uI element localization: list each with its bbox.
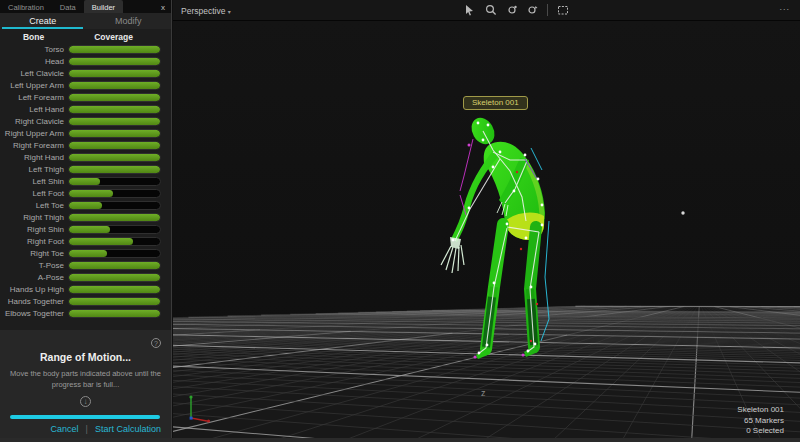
bone-label: Right Foot xyxy=(0,237,64,246)
coverage-bar xyxy=(68,93,161,102)
coverage-bar xyxy=(68,165,161,174)
coverage-fill xyxy=(69,178,100,185)
bone-label: Torso xyxy=(0,45,64,54)
coverage-fill xyxy=(69,166,160,173)
coverage-bar xyxy=(68,81,161,90)
bone-row: Right Shin xyxy=(0,223,171,235)
bone-label: Right Forearm xyxy=(0,141,64,150)
bone-label: Right Thigh xyxy=(0,213,64,222)
coverage-fill xyxy=(69,70,160,77)
coverage-fill xyxy=(69,250,107,257)
subtab-modify[interactable]: Modify xyxy=(86,13,172,29)
coverage-bar xyxy=(68,225,161,234)
bone-label: Right Shin xyxy=(0,225,64,234)
bone-label: Hands Together xyxy=(0,297,64,306)
coverage-bar xyxy=(68,213,161,222)
viewport-bottom-strip xyxy=(0,438,800,442)
select-cursor-icon[interactable] xyxy=(463,3,476,16)
bone-label: Hands Up High xyxy=(0,285,64,294)
coverage-fill xyxy=(69,190,113,197)
coverage-bar xyxy=(68,105,161,114)
active-tab-underline xyxy=(2,27,83,29)
coverage-bar xyxy=(68,297,161,306)
bone-row: Elbows Together xyxy=(0,307,171,319)
coverage-bar xyxy=(68,129,161,138)
coverage-bar xyxy=(68,189,161,198)
expand-down-icon[interactable]: ↓ xyxy=(80,396,91,407)
coverage-fill xyxy=(69,274,160,281)
coverage-bar xyxy=(68,153,161,162)
coverage-fill xyxy=(69,298,160,305)
bone-row: Right Toe xyxy=(0,247,171,259)
column-bone: Bone xyxy=(0,32,67,42)
bone-row: Left Clavicle xyxy=(0,67,171,79)
bone-label: Left Upper Arm xyxy=(0,81,64,90)
bone-row: Right Forearm xyxy=(0,139,171,151)
coverage-bar xyxy=(68,177,161,186)
coverage-fill xyxy=(69,154,160,161)
coverage-fill xyxy=(69,106,160,113)
orbit-icon[interactable] xyxy=(505,3,518,16)
column-headers: Bone Coverage xyxy=(0,29,171,43)
toolbar-separator xyxy=(547,4,548,16)
calibration-progress-bar xyxy=(10,415,160,419)
bone-row: T-Pose xyxy=(0,259,171,271)
start-calculation-button[interactable]: Start Calculation xyxy=(95,424,161,434)
coverage-bar xyxy=(68,249,161,258)
bone-label: Left Shin xyxy=(0,177,64,186)
coverage-bar xyxy=(68,201,161,210)
bone-label: Head xyxy=(0,57,64,66)
tab-data[interactable]: Data xyxy=(52,0,84,13)
coverage-fill xyxy=(69,118,160,125)
bone-row: Right Hand xyxy=(0,151,171,163)
bone-label: Right Upper Arm xyxy=(0,129,64,138)
coverage-fill xyxy=(69,226,110,233)
bone-label: T-Pose xyxy=(0,261,64,270)
coverage-fill xyxy=(69,94,160,101)
button-separator: | xyxy=(86,424,88,434)
coverage-bar xyxy=(68,57,161,66)
bone-row: Left Hand xyxy=(0,103,171,115)
create-modify-tabs: Create Modify xyxy=(0,13,171,29)
viewport-3d[interactable]: z xyxy=(173,21,800,442)
coverage-bar xyxy=(68,309,161,318)
column-coverage: Coverage xyxy=(67,32,160,42)
bone-label: Left Clavicle xyxy=(0,69,64,78)
coverage-bar xyxy=(68,237,161,246)
camera-menu[interactable]: Perspective ▾ xyxy=(181,6,231,16)
help-icon[interactable]: ? xyxy=(151,338,161,348)
tab-calibration[interactable]: Calibration xyxy=(0,0,52,13)
coverage-bar xyxy=(68,141,161,150)
close-icon[interactable]: x xyxy=(161,0,171,13)
coverage-fill xyxy=(69,130,160,137)
bone-label: Left Thigh xyxy=(0,165,64,174)
status-markers-count: 65 Markers xyxy=(737,416,784,427)
bone-row: Right Clavicle xyxy=(0,115,171,127)
bone-row: A-Pose xyxy=(0,271,171,283)
status-selected-count: 0 Selected xyxy=(737,426,784,437)
zoom-icon[interactable] xyxy=(484,3,497,16)
skeleton-label[interactable]: Skeleton 001 xyxy=(463,96,528,110)
cancel-button[interactable]: Cancel xyxy=(51,424,79,434)
coverage-bar xyxy=(68,273,161,282)
coverage-fill xyxy=(69,46,160,53)
viewport-toolbar: Perspective ▾ ... xyxy=(173,0,800,21)
bone-label: Left Toe xyxy=(0,201,64,210)
more-options-icon[interactable]: ... xyxy=(779,2,790,12)
bone-label: Right Toe xyxy=(0,249,64,258)
selection-status: Skeleton 001 65 Markers 0 Selected xyxy=(737,405,784,437)
coverage-bar xyxy=(68,45,161,54)
svg-text:z: z xyxy=(481,388,486,398)
coverage-fill xyxy=(69,202,102,209)
coverage-bar xyxy=(68,285,161,294)
bone-row: Left Foot xyxy=(0,187,171,199)
bone-row: Hands Up High xyxy=(0,283,171,295)
bone-label: Elbows Together xyxy=(0,309,64,318)
rect-select-icon[interactable] xyxy=(556,3,569,16)
pan-icon[interactable] xyxy=(526,3,539,16)
bone-row: Right Foot xyxy=(0,235,171,247)
chevron-down-icon: ▾ xyxy=(228,9,231,15)
tab-builder[interactable]: Builder xyxy=(84,0,123,13)
coverage-bar xyxy=(68,69,161,78)
coverage-bar xyxy=(68,117,161,126)
